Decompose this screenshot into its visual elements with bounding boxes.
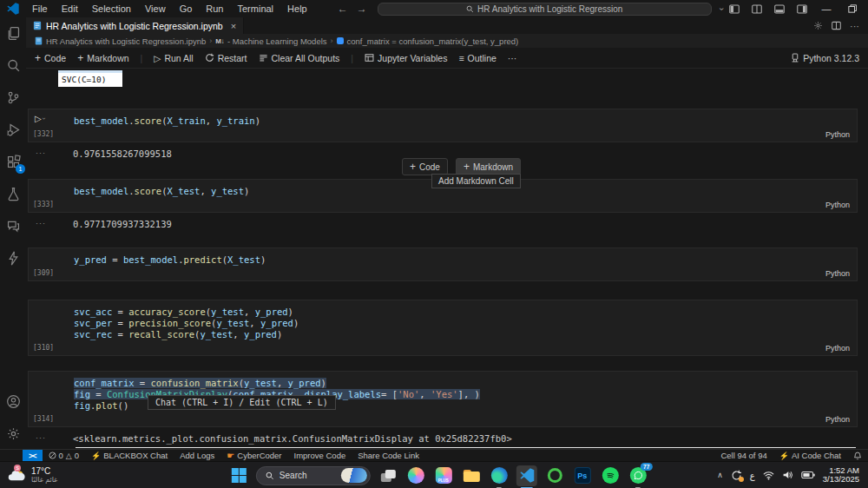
photoshop-button[interactable]: Ps: [572, 465, 593, 486]
cell-editor[interactable]: svc_acc = accuracy_score(y_test, y_pred)…: [57, 300, 857, 355]
notifications-bell-icon[interactable]: [847, 452, 868, 460]
output-more-button[interactable]: ···: [28, 216, 56, 232]
copilot-app-button[interactable]: [405, 465, 426, 486]
cell-gutter: [333]: [29, 180, 57, 212]
notebook-settings-gear-icon[interactable]: [813, 21, 823, 30]
cell-language-label[interactable]: Python: [825, 130, 850, 139]
outline-button[interactable]: ≡Outline: [458, 53, 496, 63]
run-debug-icon[interactable]: [3, 119, 23, 140]
insert-markdown-cell-button[interactable]: +Markdown: [456, 158, 521, 175]
weather-widget[interactable]: S 17°C غائم غالبًا: [0, 466, 57, 484]
file-explorer-button[interactable]: [461, 465, 482, 486]
share-code-link-button[interactable]: Share Code Link: [352, 451, 425, 460]
extensions-icon[interactable]: 1: [3, 151, 23, 172]
clear-outputs-button[interactable]: Clear All Outputs: [259, 53, 340, 63]
output-more-button[interactable]: ···: [28, 146, 56, 162]
vscode-button[interactable]: [516, 465, 537, 486]
source-control-icon[interactable]: [3, 87, 23, 108]
account-icon[interactable]: [3, 391, 23, 412]
nav-back-icon[interactable]: ←: [338, 3, 348, 15]
minimize-button[interactable]: —: [813, 0, 839, 17]
jupyter-variables-button[interactable]: Jupyter Variables: [365, 53, 447, 63]
edge-button[interactable]: [489, 465, 510, 486]
keyboard-language-indicator[interactable]: ع: [750, 471, 755, 480]
notebook-cell[interactable]: ▷›[332]best_model.score(X_train, y_train…: [28, 109, 858, 142]
toggle-panel-bottom-icon[interactable]: [768, 1, 791, 16]
menu-run[interactable]: Run: [200, 2, 229, 16]
menu-selection[interactable]: Selection: [86, 2, 137, 16]
recorder-app-button[interactable]: [544, 465, 565, 486]
problems-indicator[interactable]: 0 △ 0: [43, 451, 86, 460]
cell-language-label[interactable]: Python: [825, 415, 850, 424]
copilot-plus-button[interactable]: PLUS: [433, 465, 454, 486]
menu-file[interactable]: File: [26, 2, 54, 16]
inline-chat-hint[interactable]: Chat (CTRL + I) / Edit (CTRL + L): [148, 395, 336, 410]
volume-icon[interactable]: [782, 470, 793, 480]
notebook-cell[interactable]: [310]svc_acc = accuracy_score(y_test, y_…: [28, 300, 858, 356]
command-center-search[interactable]: HR Analytics with Logistic Regression: [378, 3, 712, 16]
cell-position-indicator[interactable]: Cell 94 of 94: [714, 451, 773, 460]
cybercoder-button[interactable]: ☛CyberCoder: [220, 451, 287, 460]
menu-terminal[interactable]: Terminal: [232, 2, 280, 16]
notebook-toolbar: +Code +Markdown | ▷Run All Restart Clear…: [26, 48, 868, 69]
add-markdown-cell-button[interactable]: +Markdown: [77, 52, 128, 64]
chevron-down-icon[interactable]: ›: [717, 7, 727, 10]
search-highlight-image[interactable]: [341, 468, 367, 483]
remote-indicator[interactable]: ><: [23, 450, 43, 462]
cell-editor[interactable]: y_pred = best_model.predict(X_test)Pytho…: [57, 248, 857, 280]
explorer-icon[interactable]: [3, 23, 23, 43]
insert-code-cell-button[interactable]: +Code: [402, 158, 448, 175]
split-editor-icon[interactable]: [832, 21, 841, 30]
clock[interactable]: 1:52 AM 3/13/2025: [823, 466, 859, 484]
testing-icon[interactable]: [3, 183, 23, 204]
ai-code-chat-button[interactable]: ⚡AI Code Chat: [773, 451, 847, 460]
more-actions-icon[interactable]: ···: [850, 21, 859, 31]
blackbox-chat-button[interactable]: ⚡BLACKBOX Chat: [85, 451, 174, 460]
task-view-button[interactable]: [378, 465, 398, 486]
breadcrumb-file[interactable]: HR Analytics with Logistic Regression.ip…: [46, 36, 206, 46]
settings-gear-icon[interactable]: [3, 423, 23, 444]
blackbox-lightning-icon[interactable]: [3, 247, 23, 268]
add-logs-button[interactable]: Add Logs: [174, 451, 220, 460]
tab-close-icon[interactable]: ×: [231, 21, 236, 31]
breadcrumb-symbol[interactable]: conf_matrix = confusion_matrix(y_test, y…: [347, 36, 519, 46]
notebook-cell[interactable]: [309]y_pred = best_model.predict(X_test)…: [28, 247, 858, 281]
cell-editor[interactable]: best_model.score(X_train, y_train)Python: [57, 109, 857, 142]
menu-edit[interactable]: Edit: [56, 2, 84, 16]
tray-chevron-up-icon[interactable]: ∧: [717, 471, 723, 479]
whatsapp-button[interactable]: 77: [628, 465, 648, 486]
restart-button[interactable]: Restart: [205, 53, 247, 63]
restore-button[interactable]: [839, 0, 865, 17]
cell-language-label[interactable]: Python: [825, 344, 850, 353]
spotify-button[interactable]: [600, 465, 621, 486]
add-code-cell-button[interactable]: +Code: [35, 52, 66, 64]
nav-forward-icon[interactable]: →: [357, 3, 367, 15]
toolbar-more-icon[interactable]: ···: [508, 53, 517, 63]
cell-output: ···0.9771709937332139: [28, 216, 858, 232]
cell-language-label[interactable]: Python: [825, 201, 850, 209]
sync-tray-icon[interactable]: [731, 470, 742, 481]
improve-code-button[interactable]: Improve Code: [288, 451, 352, 460]
comments-icon[interactable]: [3, 215, 23, 236]
output-more-button[interactable]: ···: [28, 431, 56, 446]
menu-help[interactable]: Help: [281, 2, 313, 16]
kernel-picker[interactable]: Python 3.12.3: [791, 53, 859, 63]
tab-notebook[interactable]: HR Analytics with Logistic Regression.ip…: [26, 17, 244, 34]
edge-icon: [490, 467, 507, 484]
breadcrumb-section[interactable]: - Machine Learning Models: [227, 36, 327, 46]
search-icon[interactable]: [3, 55, 23, 76]
run-cell-button[interactable]: ▷›: [35, 114, 44, 123]
svc-estimator-output[interactable]: SVC(C=10): [58, 70, 122, 87]
split-editor-icon[interactable]: [746, 1, 768, 16]
taskbar-search[interactable]: Search: [256, 466, 371, 485]
menu-go[interactable]: Go: [174, 2, 199, 16]
run-all-button[interactable]: ▷Run All: [154, 53, 193, 63]
battery-icon[interactable]: [801, 471, 815, 479]
cell-language-label[interactable]: Python: [825, 269, 850, 278]
command-center-text: HR Analytics with Logistic Regression: [477, 4, 622, 14]
menu-view[interactable]: View: [139, 2, 172, 16]
start-button[interactable]: [228, 465, 249, 486]
search-icon: [466, 5, 474, 13]
toggle-panel-right-icon[interactable]: [791, 1, 813, 16]
wifi-icon[interactable]: [763, 471, 774, 480]
